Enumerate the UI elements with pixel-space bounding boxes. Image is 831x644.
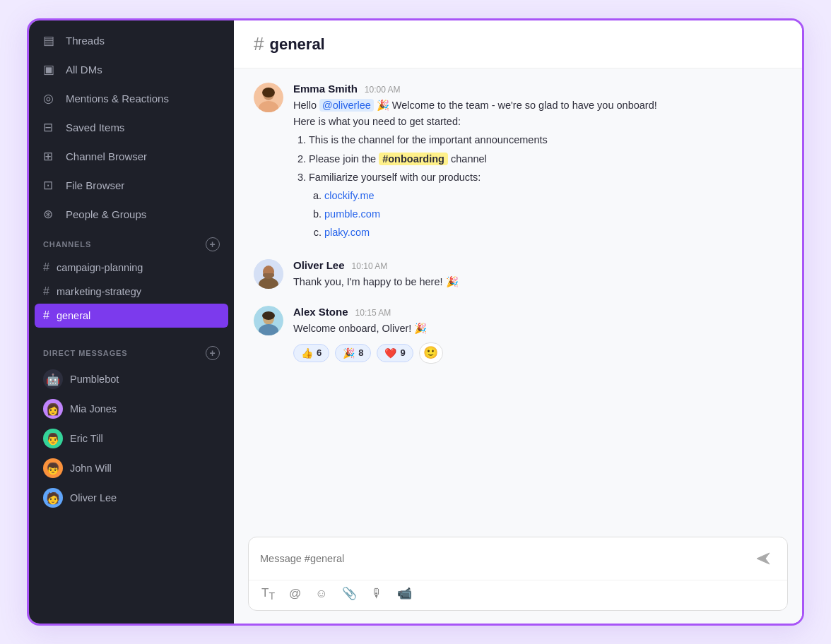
reaction-heart[interactable]: ❤️ 9 [377, 344, 413, 362]
sidebar-item-mentions[interactable]: ◎ Mentions & Reactions [29, 84, 234, 113]
heart-count: 9 [400, 347, 405, 358]
dms-icon: ▣ [43, 62, 57, 77]
mentions-icon: ◎ [43, 91, 57, 106]
emoji-icon: ☺ [315, 587, 327, 600]
svg-point-3 [262, 88, 275, 97]
voice-button[interactable]: 🎙 [370, 585, 384, 602]
video-button[interactable]: 📹 [396, 585, 413, 602]
channel-hash-icon: # [254, 33, 264, 55]
format-text-button[interactable]: TT [260, 585, 276, 603]
sidebar-channel-campaign-planning[interactable]: # campaign-planning [29, 256, 234, 280]
emma-message-header: Emma Smith 10:00 AM [293, 83, 782, 95]
reaction-party[interactable]: 🎉 8 [335, 344, 371, 362]
message-input[interactable] [260, 553, 750, 564]
alex-name: Alex Stone [293, 306, 348, 318]
reaction-thumbsup[interactable]: 👍 6 [293, 344, 329, 362]
mention-icon: @ [289, 587, 301, 600]
channels-section-header: CHANNELS + [29, 229, 234, 256]
chat-input-text-row [249, 537, 787, 580]
plaky-link[interactable]: plaky.com [324, 227, 370, 238]
sidebar-item-file-browser[interactable]: ⊡ File Browser [29, 171, 234, 200]
reactions-row: 👍 6 🎉 8 ❤️ 9 🙂 [293, 342, 782, 364]
sidebar-item-saved[interactable]: ⊟ Saved Items [29, 113, 234, 142]
alex-message-text: Welcome onboard, Oliver! 🎉 [293, 321, 782, 337]
alex-avatar [254, 306, 283, 335]
saved-icon: ⊟ [43, 120, 57, 135]
sidebar-channel-general[interactable]: # general [35, 304, 228, 328]
dm-mia-jones[interactable]: 👩 Mia Jones [29, 394, 234, 424]
main-chat: # general Emma Smith 10:00 A [234, 20, 802, 624]
pumble-link[interactable]: pumble.com [324, 208, 380, 220]
add-reaction-button[interactable]: 🙂 [419, 342, 443, 364]
mia-avatar: 👩 [43, 399, 63, 419]
add-reaction-icon: 🙂 [423, 345, 438, 360]
send-button[interactable] [750, 546, 776, 571]
attach-button[interactable]: 📎 [341, 585, 358, 602]
message-row: Emma Smith 10:00 AM Hello @oliverlee 🎉 W… [254, 83, 782, 244]
sidebar: ▤ Threads ▣ All DMs ◎ Mentions & Reactio… [29, 20, 234, 624]
sidebar-item-channel-browser[interactable]: ⊞ Channel Browser [29, 142, 234, 171]
onboarding-tag: #onboarding [379, 153, 448, 165]
chat-messages: Emma Smith 10:00 AM Hello @oliverlee 🎉 W… [234, 68, 802, 530]
john-avatar: 👦 [43, 458, 63, 478]
voice-icon: 🎙 [371, 587, 383, 600]
svg-rect-8 [263, 273, 274, 277]
list-item: Familiarize yourself with our products: … [309, 169, 782, 242]
emma-time: 10:00 AM [365, 85, 401, 95]
threads-icon: ▤ [43, 33, 57, 48]
emoji-button[interactable]: ☺ [314, 585, 329, 602]
thumbsup-emoji: 👍 [301, 347, 313, 359]
oliver-message-text: Thank you, I'm happy to be here! 🎉 [293, 274, 782, 290]
emma-avatar [254, 83, 283, 112]
channel-title: general [269, 35, 324, 54]
oliver-message-header: Oliver Lee 10:10 AM [293, 259, 782, 271]
mention-oliverlee: @oliverlee [319, 99, 374, 112]
alex-message-content: Alex Stone 10:15 AM Welcome onboard, Oli… [293, 306, 782, 364]
chat-toolbar: TT @ ☺ 📎 🎙 📹 [249, 580, 787, 610]
sidebar-item-people-groups[interactable]: ⊛ People & Groups [29, 200, 234, 229]
eric-avatar: 👨 [43, 429, 63, 448]
dm-eric-till[interactable]: 👨 Eric Till [29, 424, 234, 453]
clockify-link[interactable]: clockify.me [324, 190, 375, 201]
send-icon [755, 551, 771, 566]
mention-button[interactable]: @ [288, 585, 302, 602]
emma-message-text: Hello @oliverlee 🎉 Welcome to the team -… [293, 97, 782, 242]
emma-name: Emma Smith [293, 83, 358, 95]
dm-pumblebot[interactable]: 🤖 Pumblebot [29, 364, 234, 394]
attach-icon: 📎 [342, 587, 357, 600]
add-dm-button[interactable]: + [206, 346, 220, 360]
list-item: clockify.me [324, 188, 782, 204]
add-channel-button[interactable]: + [206, 237, 220, 251]
party-emoji: 🎉 [343, 347, 355, 359]
oliver-name: Oliver Lee [293, 259, 345, 271]
hash-icon: # [43, 285, 49, 298]
chat-input-box: TT @ ☺ 📎 🎙 📹 [248, 537, 788, 611]
dm-john-will[interactable]: 👦 John Will [29, 453, 234, 483]
dm-oliver-lee[interactable]: 🧑 Oliver Lee [29, 483, 234, 513]
sidebar-item-threads[interactable]: ▤ Threads [29, 26, 234, 55]
thumbsup-count: 6 [317, 347, 322, 358]
message-row: Oliver Lee 10:10 AM Thank you, I'm happy… [254, 259, 782, 290]
app-wrapper: ▤ Threads ▣ All DMs ◎ Mentions & Reactio… [27, 18, 804, 626]
sidebar-channel-marketing-strategy[interactable]: # marketing-strategy [29, 280, 234, 304]
oliver-time: 10:10 AM [352, 261, 388, 271]
dm-section-header: DIRECT MESSAGES + [29, 338, 234, 364]
hash-icon: # [43, 309, 49, 322]
alex-time: 10:15 AM [355, 308, 391, 318]
oliver-message-content: Oliver Lee 10:10 AM Thank you, I'm happy… [293, 259, 782, 290]
message-row: Alex Stone 10:15 AM Welcome onboard, Oli… [254, 306, 782, 364]
video-icon: 📹 [397, 587, 412, 600]
list-item: This is the channel for the important an… [309, 132, 782, 148]
oliver-dm-avatar: 🧑 [43, 488, 63, 508]
hash-icon: # [43, 261, 49, 274]
list-item: Please join the #onboarding channel [309, 151, 782, 167]
format-icon: TT [261, 586, 275, 600]
sidebar-item-all-dms[interactable]: ▣ All DMs [29, 55, 234, 84]
svg-point-12 [262, 311, 275, 320]
party-count: 8 [358, 347, 363, 358]
heart-emoji: ❤️ [384, 347, 396, 359]
people-icon: ⊛ [43, 207, 57, 222]
pumblebot-avatar: 🤖 [43, 369, 63, 389]
channel-browser-icon: ⊞ [43, 149, 57, 164]
chat-input-area: TT @ ☺ 📎 🎙 📹 [234, 530, 802, 624]
